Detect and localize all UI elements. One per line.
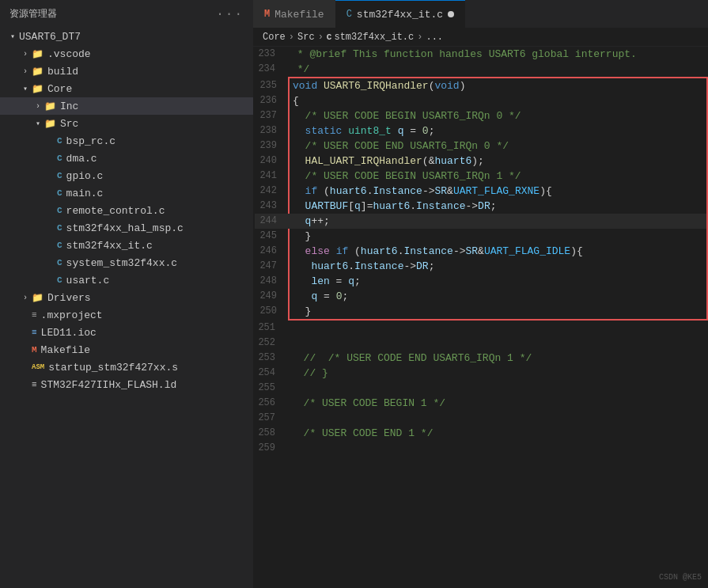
sidebar-item-remote-control[interactable]: C remote_control.c xyxy=(0,202,253,219)
sidebar-item-makefile[interactable]: M Makefile xyxy=(0,341,253,358)
sidebar-item-vscode-label: .vscode xyxy=(47,48,91,60)
code-line-238: 238 static uint8_t q = 0; xyxy=(255,123,706,138)
code-line-240: 240 HAL_UART_IRQHandler(&huart6); xyxy=(255,154,706,169)
code-line-259: 259 xyxy=(253,441,708,456)
breadcrumb: Core › Src › C stm32f4xx_it.c › ... xyxy=(253,28,708,47)
code-content-239: /* USER CODE END USART6_IRQn 0 */ xyxy=(290,138,706,154)
c-icon: C xyxy=(57,136,62,146)
c-icon: C xyxy=(57,171,62,180)
sidebar-item-usart[interactable]: C usart.c xyxy=(0,271,253,289)
makefile-icon: M xyxy=(264,9,270,20)
line-num-257: 257 xyxy=(253,411,288,426)
inc-arrow xyxy=(32,102,44,111)
code-area[interactable]: 233 * @brief This function handles USART… xyxy=(253,47,708,588)
c-icon: C xyxy=(57,206,62,215)
code-line-242: 242 if (huart6.Instance->SR&UART_FLAG_RX… xyxy=(255,184,706,199)
code-line-239: 239 /* USER CODE END USART6_IRQn 0 */ xyxy=(255,138,706,154)
folder-icon: 📁 xyxy=(32,292,44,304)
src-arrow xyxy=(32,119,44,128)
code-content-244: q++; xyxy=(290,214,706,229)
line-num-254: 254 xyxy=(253,366,288,381)
sidebar-item-main[interactable]: C main.c xyxy=(0,184,253,202)
line-num-243: 243 xyxy=(255,199,290,214)
code-content-236: { xyxy=(290,93,706,108)
code-content-243: UARTBUF[q]=huart6.Instance->DR; xyxy=(290,199,706,214)
sidebar-item-src-label: Src xyxy=(60,118,78,130)
line-num-239: 239 xyxy=(255,138,290,154)
sidebar-item-bsp-rc-label: bsp_rc.c xyxy=(66,135,115,147)
code-content-245: } xyxy=(290,229,706,244)
watermark: CSDN @KE5 xyxy=(659,573,702,582)
line-num-244: 244 xyxy=(255,214,290,229)
c-icon: C xyxy=(57,275,62,285)
sidebar-item-build[interactable]: 📁 build xyxy=(0,63,253,80)
sidebar-item-root-label: USART6_DT7 xyxy=(19,31,81,43)
line-num-246: 246 xyxy=(255,244,290,259)
breadcrumb-sep2: › xyxy=(318,32,324,43)
line-num-240: 240 xyxy=(255,154,290,169)
code-content-254: // } xyxy=(288,366,708,381)
breadcrumb-src: Src xyxy=(297,32,315,43)
sidebar-item-stm32f4xx-it-label: stm32f4xx_it.c xyxy=(66,240,153,252)
folder-icon: 📁 xyxy=(44,101,56,112)
line-num-242: 242 xyxy=(255,184,290,199)
c-icon: C xyxy=(57,258,62,267)
c-file-icon: C xyxy=(346,9,352,20)
sidebar-item-gpio[interactable]: C gpio.c xyxy=(0,167,253,184)
breadcrumb-c-icon: C xyxy=(327,32,332,42)
sidebar-item-system[interactable]: C system_stm32f4xx.c xyxy=(0,254,253,271)
sidebar-item-dma-label: dma.c xyxy=(66,153,97,165)
line-num-236: 236 xyxy=(255,93,290,108)
sidebar-item-vscode[interactable]: 📁 .vscode xyxy=(0,45,253,63)
code-line-236: 236 { xyxy=(255,93,706,108)
sidebar-item-hal-msp[interactable]: C stm32f4xx_hal_msp.c xyxy=(0,219,253,237)
line-num-250: 250 xyxy=(255,304,290,319)
sidebar-item-led11ioc[interactable]: ≡ LED11.ioc xyxy=(0,324,253,341)
sidebar-item-build-label: build xyxy=(47,66,78,78)
sidebar-item-inc[interactable]: 📁 Inc xyxy=(0,97,253,115)
sidebar-item-root[interactable]: USART6_DT7 xyxy=(0,28,253,45)
explorer-header: 资源管理器 ··· xyxy=(0,7,253,21)
line-num-238: 238 xyxy=(255,123,290,138)
sidebar-item-core[interactable]: 📁 Core xyxy=(0,80,253,97)
line-num-245: 245 xyxy=(255,229,290,244)
c-icon: C xyxy=(57,188,62,198)
code-line-253: 253 // /* USER CODE END USART6_IRQn 1 */ xyxy=(253,351,708,366)
sidebar-item-drivers[interactable]: 📁 Drivers xyxy=(0,289,253,306)
ioc-icon: ≡ xyxy=(32,328,37,337)
line-num-247: 247 xyxy=(255,259,290,274)
sidebar-item-flash-ld[interactable]: ≡ STM32F427IIHx_FLASH.ld xyxy=(0,376,253,393)
vscode-arrow xyxy=(19,50,32,59)
code-content-253: // /* USER CODE END USART6_IRQn 1 */ xyxy=(288,351,708,366)
code-line-251: 251 xyxy=(253,321,708,336)
tab-makefile[interactable]: M Makefile xyxy=(253,0,335,28)
code-line-235: 235 void USART6_IRQHandler(void) xyxy=(255,78,706,93)
ld-icon: ≡ xyxy=(32,380,37,389)
sidebar-item-bsp-rc[interactable]: C bsp_rc.c xyxy=(0,132,253,150)
code-line-243: 243 UARTBUF[q]=huart6.Instance->DR; xyxy=(255,199,706,214)
sidebar-item-dma[interactable]: C dma.c xyxy=(0,150,253,167)
asm-icon: ASM xyxy=(32,363,44,371)
breadcrumb-sep3: › xyxy=(417,32,422,43)
sidebar-item-inc-label: Inc xyxy=(60,101,78,112)
more-options-icon[interactable]: ··· xyxy=(216,7,244,21)
sidebar-item-stm32f4xx-it[interactable]: C stm32f4xx_it.c xyxy=(0,237,253,254)
sidebar-item-src[interactable]: 📁 Src xyxy=(0,115,253,132)
tab-stm32f4xx-it[interactable]: C stm32f4xx_it.c xyxy=(335,0,465,28)
sidebar-item-core-label: Core xyxy=(47,83,72,95)
line-num-235: 235 xyxy=(255,78,290,93)
code-content-258: /* USER CODE END 1 */ xyxy=(288,426,708,441)
breadcrumb-core: Core xyxy=(263,32,286,43)
code-content-256: /* USER CODE BEGIN 1 */ xyxy=(288,396,708,411)
code-content-233: * @brief This function handles USART6 gl… xyxy=(288,47,708,62)
line-num-252: 252 xyxy=(253,336,288,351)
line-num-258: 258 xyxy=(253,426,288,441)
sidebar-item-mxproject[interactable]: ≡ .mxproject xyxy=(0,306,253,324)
line-num-255: 255 xyxy=(253,381,288,396)
sidebar-item-startup[interactable]: ASM startup_stm32f427xx.s xyxy=(0,358,253,376)
folder-icon: 📁 xyxy=(32,66,44,78)
line-num-237: 237 xyxy=(255,108,290,123)
code-line-247: 247 huart6.Instance->DR; xyxy=(255,259,706,274)
line-num-259: 259 xyxy=(253,441,288,456)
breadcrumb-file: stm32f4xx_it.c xyxy=(334,32,414,43)
